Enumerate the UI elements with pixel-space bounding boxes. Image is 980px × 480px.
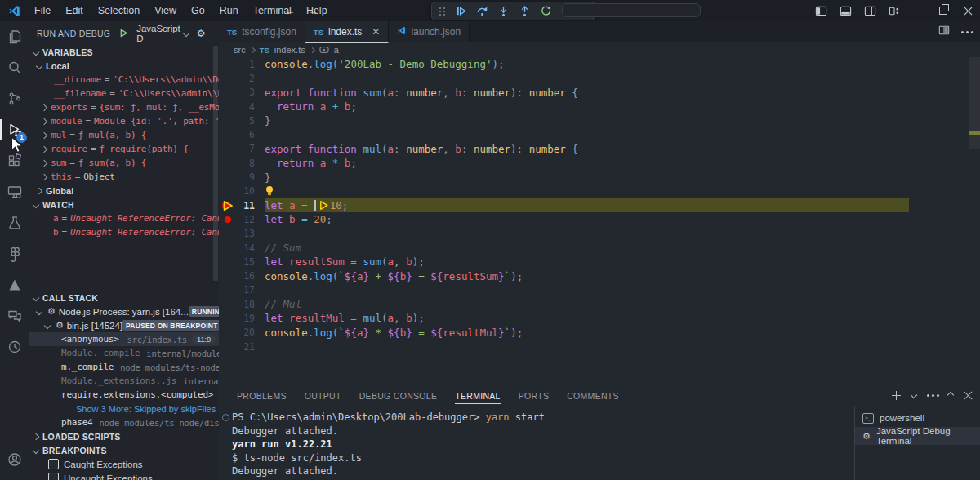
toggle-sidebar-icon[interactable] (808, 0, 833, 21)
panel-tab-problems[interactable]: PROBLEMS (237, 387, 287, 403)
split-editor-icon[interactable] (938, 24, 950, 39)
watch-row[interactable]: a=Uncaught ReferenceError: Cannot … (29, 211, 219, 225)
sidebar-scrollbar[interactable] (213, 46, 218, 281)
call-stack-section-header[interactable]: CALL STACK (29, 291, 219, 304)
account-icon[interactable] (0, 444, 29, 475)
code-line-7[interactable]: 7export function mul(a: number, b: numbe… (219, 142, 980, 156)
menu-file[interactable]: File (27, 5, 58, 16)
code-line-2[interactable]: 2 (219, 71, 980, 85)
customize-layout-icon[interactable] (882, 0, 906, 21)
code-line-20[interactable]: 20console.log(`${a} * ${b} = ${resultMul… (219, 326, 980, 340)
clock-icon[interactable] (0, 331, 29, 362)
panel-tab-ports[interactable]: PORTS (519, 387, 549, 403)
loaded-scripts-section-header[interactable]: LOADED SCRIPTS (29, 429, 219, 443)
code-line-18[interactable]: 18// Mul (219, 297, 980, 311)
code-editor[interactable]: 1console.log('200Lab - Demo Debugging');… (219, 57, 980, 384)
code-line-9[interactable]: 9} (219, 170, 980, 184)
explorer-icon[interactable] (0, 21, 29, 52)
new-terminal-icon[interactable] (892, 391, 901, 400)
code-line-12[interactable]: 12let b = 20; (219, 212, 980, 226)
editor-more-actions-icon[interactable] (961, 31, 964, 33)
code-line-13[interactable]: 13 (219, 227, 980, 241)
watch-section-header[interactable]: WATCH (29, 198, 219, 211)
minimap[interactable] (913, 59, 951, 110)
overview-ruler[interactable] (969, 57, 980, 384)
toolbar-drag-handle-icon[interactable] (439, 7, 446, 16)
close-panel-icon[interactable] (964, 391, 972, 399)
tab-tsconfig.json[interactable]: TStsconfig.json (219, 21, 305, 42)
code-line-3[interactable]: 3export function sum(a: number, b: numbe… (219, 86, 980, 100)
restore-button[interactable] (931, 0, 956, 21)
start-debug-icon[interactable] (119, 29, 128, 38)
variable-row[interactable]: module=Module {id: '.', path: 'C:… (29, 114, 219, 128)
variables-section-header[interactable]: VARIABLES (29, 45, 219, 59)
terminal-list-item[interactable]: >_powershell (855, 409, 980, 427)
call-stack-row[interactable]: <anonymous>src/index.ts11:9 (29, 332, 219, 346)
testing-flask-icon[interactable] (0, 207, 29, 238)
variable-row[interactable]: sum=ƒ sum(a, b) { (29, 156, 219, 170)
debug-step-into-icon[interactable] (497, 5, 510, 17)
breadcrumb-item[interactable]: src (234, 45, 246, 55)
variable-row[interactable]: Global (29, 184, 219, 198)
panel-more-actions-icon[interactable] (927, 394, 929, 397)
checkbox[interactable] (48, 459, 59, 469)
checkbox[interactable] (48, 473, 59, 480)
code-line-11[interactable]: 11let a = 10; (219, 198, 980, 212)
call-stack-row[interactable]: Module._compileinternal/modules/... (29, 346, 219, 360)
breakpoint-row[interactable]: Uncaught Exceptions (29, 471, 219, 480)
terminal-dropdown-chevron-icon[interactable] (911, 392, 917, 398)
toggle-secondary-sidebar-icon[interactable] (858, 0, 882, 21)
close-window-button[interactable] (956, 0, 980, 21)
breakpoints-section-header[interactable]: BREAKPOINTS (29, 443, 219, 457)
variable-row[interactable]: __dirname='C:\\Users\\admin\\Desk… (29, 73, 219, 87)
call-stack-row[interactable]: Module._extensions..jsinternal/... (29, 374, 219, 388)
tab-launch.json[interactable]: launch.json (389, 21, 470, 42)
remote-explorer-icon[interactable] (0, 176, 29, 207)
menu-edit[interactable]: Edit (58, 5, 91, 16)
watch-row[interactable]: b=Uncaught ReferenceError: Cannot … (29, 225, 219, 239)
code-line-10[interactable]: 10 (219, 184, 980, 198)
code-line-1[interactable]: 1console.log('200Lab - Demo Debugging'); (219, 57, 980, 71)
code-line-16[interactable]: 16console.log(`${a} + ${b} = ${resultSum… (219, 269, 980, 282)
panel-tab-comments[interactable]: COMMENTS (567, 387, 619, 403)
menu-selection[interactable]: Selection (91, 5, 147, 16)
paused-breakpoint-icon[interactable] (219, 199, 237, 212)
panel-tab-output[interactable]: OUTPUT (305, 387, 341, 403)
variable-row[interactable]: mul=ƒ mul(a, b) { (29, 128, 219, 142)
menu-run[interactable]: Run (212, 5, 246, 16)
back-arrow-icon[interactable]: ← (284, 4, 296, 17)
debug-settings-gear-icon[interactable]: ⚙ (197, 28, 206, 39)
code-line-14[interactable]: 14// Sum (219, 241, 980, 255)
figma-icon[interactable] (0, 238, 29, 269)
debug-step-over-icon[interactable] (476, 5, 488, 17)
code-line-19[interactable]: 19let resultMul = mul(a, b); (219, 311, 980, 325)
source-control-icon[interactable] (0, 83, 29, 114)
terminal-list-item[interactable]: ⚙JavaScript Debug Terminal (855, 427, 980, 445)
show-more-link[interactable]: Show 3 More: Skipped by skipFiles (76, 404, 216, 414)
azure-triangle-icon[interactable] (0, 269, 29, 300)
variable-row[interactable]: Local (29, 59, 219, 73)
variable-row[interactable]: exports={sum: ƒ, mul: ƒ, __esModu… (29, 100, 219, 114)
call-stack-row[interactable]: ⚙bin.js [14524]PAUSED ON BREAKPOINT (29, 318, 219, 332)
command-center-searchbox[interactable] (562, 3, 701, 17)
debug-restart-icon[interactable] (540, 5, 552, 17)
breakpoint-row[interactable]: Caught Exceptions (29, 457, 219, 471)
forward-arrow-icon[interactable]: → (307, 4, 318, 17)
breakpoint-icon[interactable] (219, 213, 237, 226)
menu-go[interactable]: Go (184, 5, 212, 16)
debug-step-out-icon[interactable] (519, 5, 531, 17)
code-line-8[interactable]: 8 return a * b; (219, 156, 980, 170)
code-line-6[interactable]: 6 (219, 127, 980, 141)
panel-tab-debug-console[interactable]: DEBUG CONSOLE (359, 387, 438, 403)
maximize-panel-icon[interactable] (947, 392, 954, 398)
panel-tab-terminal[interactable]: TERMINAL (455, 387, 501, 404)
breadcrumb-item[interactable]: index.ts (274, 45, 305, 55)
code-line-15[interactable]: 15let resultSum = sum(a, b); (219, 255, 980, 269)
breadcrumb-item[interactable]: a (334, 45, 339, 55)
code-line-5[interactable]: 5} (219, 113, 980, 127)
call-stack-row[interactable]: require.extensions.<computed>n.. (29, 388, 219, 402)
comments-icon[interactable] (0, 300, 29, 331)
debug-continue-icon[interactable] (455, 5, 467, 17)
search-icon[interactable] (0, 52, 29, 83)
variable-row[interactable]: require=ƒ require(path) { (29, 142, 219, 156)
